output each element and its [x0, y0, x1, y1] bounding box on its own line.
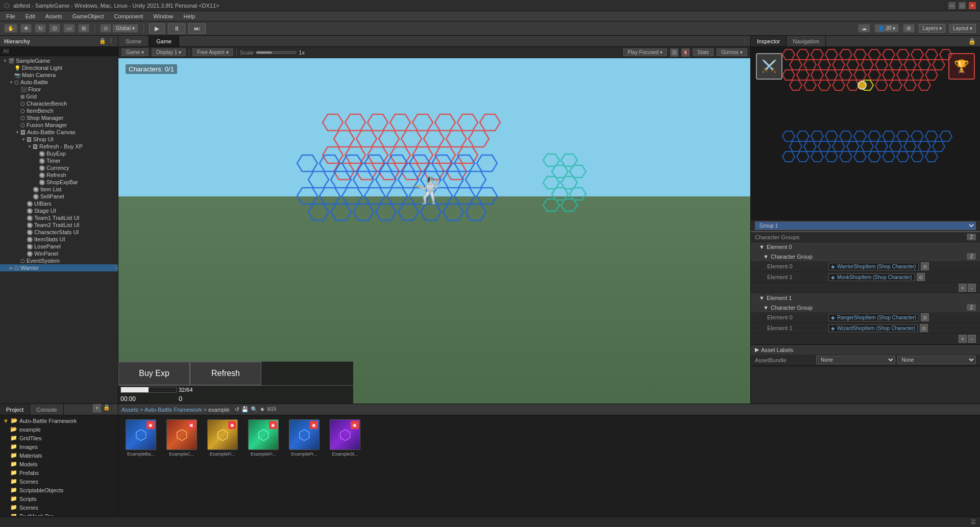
h-item-auto-battle[interactable]: ▼ ⬡ Auto-Battle: [0, 79, 118, 86]
mute-btn[interactable]: 🔇: [681, 48, 690, 57]
tab-navigation[interactable]: Navigation: [787, 36, 826, 46]
h-item-characterstats-ui[interactable]: 🔘 CharacterStats UI: [0, 229, 118, 236]
toolbar-transform-rotate[interactable]: ↻: [35, 24, 46, 33]
stats-btn[interactable]: Stats: [693, 48, 714, 56]
layers-dropdown[interactable]: Layers ▾: [919, 24, 945, 33]
settings-button[interactable]: ⚙: [903, 24, 915, 33]
h-item-main-camera[interactable]: 📷 Main Camera: [0, 71, 118, 79]
tab-inspector[interactable]: Inspector: [751, 36, 787, 46]
h-item-characterbench[interactable]: ⬡ CharacterBench: [0, 100, 118, 107]
warrior-add-icon[interactable]: +: [115, 265, 118, 271]
tab-console[interactable]: Console: [30, 404, 63, 415]
asset-item-examplefi1[interactable]: ⬡ ▣ ExampleFi...: [204, 419, 241, 457]
h-item-currency[interactable]: 🔘 Currency: [0, 164, 118, 171]
folder-models[interactable]: 📁 Models: [0, 460, 118, 468]
scale-slider[interactable]: [256, 51, 297, 54]
folder-images[interactable]: 📁 Images: [0, 442, 118, 451]
h-item-floor[interactable]: ⬛ Floor: [0, 86, 118, 93]
h-item-stage-ui[interactable]: 🔘 Stage UI: [0, 207, 118, 214]
folder-example[interactable]: 📂 example: [0, 425, 118, 434]
remove-element1-btn[interactable]: -: [968, 335, 976, 343]
folder-scenes[interactable]: 📁 Scenes: [0, 477, 118, 486]
h-item-auto-battle-canvas[interactable]: ▼ 🖼 Auto-Battle Canvas: [0, 129, 118, 136]
step-button[interactable]: ⏭: [188, 23, 206, 34]
h-item-samplegame[interactable]: ▼ 🎬 SampleGame: [0, 57, 118, 64]
asset-item-exampleba[interactable]: ⬡ ▣ ExampleBa...: [122, 419, 159, 457]
h-item-team1-traitlist[interactable]: 🔘 Team1 TraitList UI: [0, 214, 118, 221]
close-button[interactable]: ✕: [969, 2, 976, 9]
h-item-eventsystem[interactable]: ⬡ EventSystem: [0, 257, 118, 264]
h-item-sell-panel[interactable]: 🔘 SellPanel: [0, 193, 118, 200]
e0-item0-ref[interactable]: ◈ WarriorShopItem (Shop Character): [828, 263, 919, 270]
h-item-losepanel[interactable]: 🔘 LosePanel: [0, 243, 118, 250]
toolbar-transform-all[interactable]: ⊞: [78, 24, 89, 33]
asset-search-icon[interactable]: 🔍: [251, 406, 258, 413]
menu-window[interactable]: Window: [149, 12, 177, 20]
display-dropdown[interactable]: Game ▾: [121, 48, 149, 56]
cloud-button[interactable]: ☁: [858, 24, 870, 33]
folder-prefabs[interactable]: 📁 Prefabs: [0, 468, 118, 477]
minimize-button[interactable]: ─: [948, 2, 955, 9]
inspector-lock[interactable]: 🔒: [964, 36, 980, 46]
layout-dropdown[interactable]: Layout ▾: [949, 24, 976, 33]
asset-item-examplec[interactable]: ⬡ ▣ ExampleC...: [163, 419, 200, 457]
pc-lock-icon[interactable]: 🔒: [103, 404, 110, 415]
h-item-itembench[interactable]: ⬡ ItemBench: [0, 107, 118, 114]
toolbar-transform-move[interactable]: ✥: [20, 24, 32, 33]
element1-header[interactable]: ▼ Element 1: [751, 293, 980, 303]
account-button[interactable]: 👤 JR ▾: [874, 24, 899, 33]
e1-item0-target-btn[interactable]: ⊙: [921, 313, 929, 321]
buy-exp-button[interactable]: Buy Exp: [118, 362, 190, 385]
e1-item1-target-btn[interactable]: ⊙: [920, 324, 928, 332]
tab-game[interactable]: Game: [149, 36, 179, 46]
h-item-team2-traitlist[interactable]: 🔘 Team2 TraitList UI: [0, 221, 118, 229]
aspect-dropdown[interactable]: Free Aspect ▾: [192, 48, 233, 56]
play-button[interactable]: ▶: [149, 23, 165, 34]
asset-labels-header[interactable]: ▶ Asset Labels: [751, 345, 980, 355]
h-item-winpanel[interactable]: 🔘 WinPanel: [0, 250, 118, 257]
remove-element0-btn[interactable]: -: [968, 284, 976, 292]
menu-edit[interactable]: Edit: [21, 12, 39, 20]
h-item-grid[interactable]: ⊞ Grid: [0, 93, 118, 100]
asset-bundle-select2[interactable]: None: [897, 356, 976, 364]
folder-scriptable[interactable]: 📁 ScriptableObjects: [0, 486, 118, 494]
asset-item-examplest[interactable]: ⬡ ▣ ExampleSt...: [327, 419, 363, 457]
element0-header[interactable]: ▼ Element 0: [751, 242, 980, 252]
h-item-refresh-buy-xp[interactable]: ▼ 🖼 Refresh - Buy XP: [0, 143, 118, 150]
h-item-item-list[interactable]: 🔘 Item List: [0, 186, 118, 193]
menu-assets[interactable]: Assets: [41, 12, 66, 20]
h-item-timer[interactable]: 🔘 Timer: [0, 157, 118, 164]
toolbar-transform-rect[interactable]: ▭: [63, 24, 75, 33]
refresh-button[interactable]: Refresh: [190, 362, 261, 385]
group-name-select[interactable]: Group 1: [755, 221, 976, 230]
folder-textmesh[interactable]: 📁 TextMesh Pro: [0, 512, 118, 516]
asset-star-icon[interactable]: ★: [260, 406, 265, 413]
menu-gameobject[interactable]: GameObject: [68, 12, 108, 20]
asset-item-examplepr[interactable]: ⬡ ▣ ExamplePr...: [286, 419, 323, 457]
tabs-menu-icon[interactable]: ⋮: [742, 38, 747, 44]
h-item-shopexpbar[interactable]: 🔘 ShopExpBar: [0, 179, 118, 186]
tab-project[interactable]: Project: [0, 404, 30, 415]
asset-item-examplefi2[interactable]: ⬡ ▣ ExampleFi...: [245, 419, 282, 457]
folder-gridtiles[interactable]: 📁 GridTiles: [0, 434, 118, 442]
pc-menu-icon[interactable]: ⋮: [112, 404, 118, 415]
gizmos-btn[interactable]: Gizmos ▾: [717, 48, 747, 56]
menu-file[interactable]: File: [2, 12, 19, 20]
add-element0-btn[interactable]: +: [959, 284, 967, 292]
hierarchy-menu-icon[interactable]: ⋮: [108, 38, 114, 44]
hierarchy-search[interactable]: [0, 47, 118, 56]
hierarchy-lock-icon[interactable]: 🔒: [99, 38, 106, 44]
h-item-itemstats-ui[interactable]: 🔘 ItemStats UI: [0, 236, 118, 243]
h-item-warrior[interactable]: ▶ ⬡ Warrior +: [0, 264, 118, 271]
h-item-directional-light[interactable]: 💡 Directional Light: [0, 64, 118, 71]
h-item-uibars[interactable]: 🔘 UIBars: [0, 200, 118, 207]
asset-save-icon[interactable]: 💾: [241, 406, 249, 413]
e0-item0-target-btn[interactable]: ⊙: [921, 262, 929, 270]
folder-materials[interactable]: 📁 Materials: [0, 451, 118, 460]
menu-help[interactable]: Help: [179, 12, 199, 20]
maximize-viewport-btn[interactable]: ⊡: [670, 48, 678, 57]
element1-chargroup-header[interactable]: ▼ Character Group 2: [751, 303, 980, 312]
h-item-fusion-manager[interactable]: ⬡ Fusion Manager: [0, 121, 118, 129]
pause-button[interactable]: ⏸: [168, 23, 185, 34]
project-add-btn[interactable]: +: [93, 404, 101, 412]
